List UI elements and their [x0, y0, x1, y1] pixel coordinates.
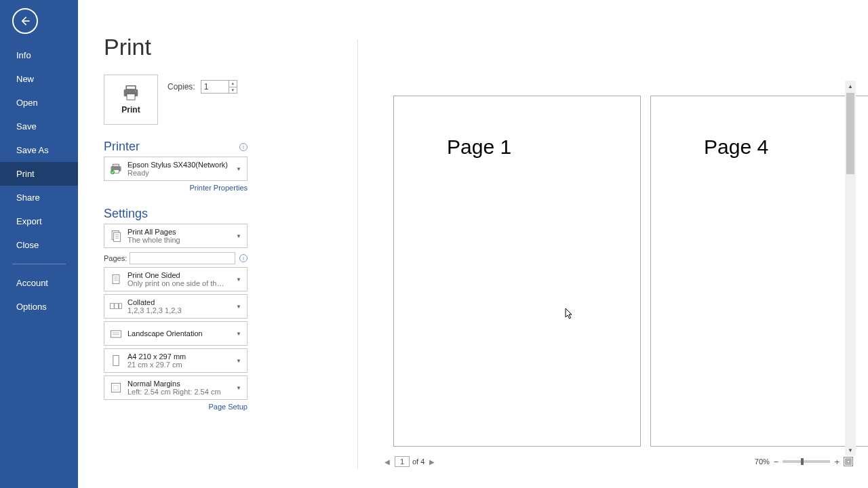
pages-label: Pages:	[104, 254, 127, 262]
back-button[interactable]	[12, 8, 38, 34]
copies-spinner[interactable]: ▲▼	[229, 81, 237, 93]
svg-rect-29	[113, 356, 119, 366]
svg-rect-23	[110, 304, 114, 309]
svg-rect-19	[113, 274, 119, 283]
scroll-thumb[interactable]	[846, 93, 854, 174]
svg-marker-32	[566, 308, 572, 319]
preview-page-label: Page 4	[704, 136, 768, 159]
print-button-label: Print	[121, 105, 140, 115]
backstage-sidebar: Info New Open Save Save As Print Share E…	[0, 0, 78, 488]
svg-rect-15	[114, 232, 121, 241]
chevron-down-icon: ▼	[236, 385, 247, 391]
scroll-up-icon[interactable]: ▲	[845, 81, 856, 92]
zoom-slider[interactable]	[783, 460, 830, 463]
svg-rect-26	[111, 331, 121, 338]
page-of-label: of 4	[412, 458, 425, 466]
chevron-down-icon: ▼	[236, 233, 247, 239]
sidebar-item-open[interactable]: Open	[0, 91, 78, 115]
pages-info-icon[interactable]: i	[239, 254, 248, 262]
preview-page: Page 1	[393, 96, 641, 447]
sidebar-item-save-as[interactable]: Save As	[0, 138, 78, 162]
next-page-button[interactable]: ▶	[427, 458, 437, 466]
printer-header: Printer	[104, 140, 140, 154]
svg-point-13	[111, 170, 115, 174]
printer-name: Epson Stylus SX430(Network)	[127, 161, 236, 169]
current-page-input[interactable]: 1	[395, 456, 410, 467]
printer-properties-link[interactable]: Printer Properties	[104, 184, 248, 192]
orientation-selector[interactable]: Landscape Orientation ▼	[104, 321, 248, 346]
sidebar-item-save[interactable]: Save	[0, 115, 78, 138]
sidebar-item-info[interactable]: Info	[0, 43, 78, 67]
printer-status: Ready	[127, 169, 236, 177]
chevron-down-icon: ▼	[236, 358, 247, 364]
sidebar-separator	[12, 264, 66, 264]
svg-point-9	[135, 90, 136, 92]
page-title: Print	[104, 34, 868, 60]
print-preview: Page 1 Page 4 ▲ ▼ ◀ 1 of 4 ▶ 70% −	[358, 78, 856, 469]
print-range-selector[interactable]: Print All Pages The whole thing ▼	[104, 224, 248, 248]
sidebar-item-options[interactable]: Options	[0, 295, 78, 319]
prev-page-button[interactable]: ◀	[382, 458, 392, 466]
sidebar-item-print[interactable]: Print	[0, 162, 78, 186]
preview-page: Page 4	[650, 96, 868, 447]
copies-label: Copies:	[167, 82, 195, 92]
sidebar-item-new[interactable]: New	[0, 67, 78, 91]
printer-icon	[121, 85, 140, 101]
sidebar-item-close[interactable]: Close	[0, 233, 78, 257]
page-setup-link[interactable]: Page Setup	[104, 403, 248, 411]
copies-input[interactable]: 1 ▲▼	[201, 80, 237, 94]
cursor-icon	[565, 308, 573, 323]
paper-size-selector[interactable]: A4 210 x 297 mm 21 cm x 29.7 cm ▼	[104, 348, 248, 373]
zoom-level-label: 70%	[755, 458, 770, 466]
margins-icon	[104, 381, 127, 394]
svg-rect-30	[111, 383, 120, 392]
svg-rect-8	[127, 94, 135, 100]
landscape-icon	[104, 327, 127, 340]
svg-rect-34	[847, 460, 850, 463]
collated-icon	[104, 300, 127, 313]
printer-info-icon[interactable]: i	[239, 143, 248, 151]
svg-rect-6	[126, 86, 136, 89]
zoom-fit-button[interactable]	[844, 457, 853, 466]
svg-rect-33	[846, 459, 851, 464]
page-size-icon	[104, 354, 127, 367]
preview-scrollbar[interactable]: ▲ ▼	[845, 81, 856, 455]
preview-page-label: Page 1	[447, 136, 511, 159]
chevron-down-icon: ▼	[236, 331, 247, 337]
sidebar-item-share[interactable]: Share	[0, 186, 78, 209]
chevron-down-icon: ▼	[236, 304, 247, 310]
svg-rect-24	[115, 304, 119, 309]
sides-selector[interactable]: Print One Sided Only print on one side o…	[104, 267, 248, 291]
margins-selector[interactable]: Normal Margins Left: 2.54 cm Right: 2.54…	[104, 375, 248, 400]
zoom-out-button[interactable]: −	[774, 457, 779, 467]
zoom-in-button[interactable]: +	[834, 457, 840, 467]
print-button[interactable]: Print	[104, 75, 158, 125]
collate-selector[interactable]: Collated 1,2,3 1,2,3 1,2,3 ▼	[104, 294, 248, 319]
svg-rect-11	[113, 164, 119, 167]
pages-icon	[104, 229, 127, 243]
sidebar-item-account[interactable]: Account	[0, 271, 78, 295]
one-sided-icon	[104, 272, 127, 286]
printer-selector[interactable]: Epson Stylus SX430(Network) Ready ▼	[104, 157, 248, 181]
pages-input[interactable]	[130, 252, 235, 264]
chevron-down-icon: ▼	[236, 166, 247, 172]
svg-rect-25	[119, 304, 121, 309]
settings-header: Settings	[104, 207, 148, 221]
sidebar-item-export[interactable]: Export	[0, 209, 78, 233]
chevron-down-icon: ▼	[236, 277, 247, 283]
printer-status-icon	[104, 162, 127, 176]
